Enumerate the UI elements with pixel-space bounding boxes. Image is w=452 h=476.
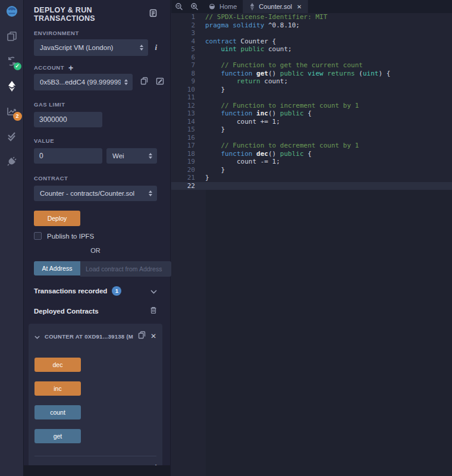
code-line[interactable]: 2pragma solidity ^0.8.10;	[171, 21, 452, 30]
line-number: 20	[171, 166, 195, 174]
sign-message-icon[interactable]	[156, 77, 164, 87]
panel-title: DEPLOY & RUN TRANSACTIONS	[34, 6, 149, 23]
plugin-icon-bar: ✓ 2	[0, 0, 24, 476]
code-line[interactable]: 10 }	[171, 86, 452, 94]
publish-ipfs-checkbox[interactable]	[34, 232, 42, 240]
line-number: 5	[171, 45, 195, 54]
environment-select[interactable]: JavaScript VM (London)	[34, 39, 148, 56]
line-number: 22	[171, 182, 195, 190]
gas-limit-input[interactable]	[34, 112, 102, 127]
stepper-icon	[149, 153, 152, 159]
chevron-down-icon[interactable]	[150, 286, 157, 296]
contract-label: CONTRACT	[34, 175, 68, 181]
account-select[interactable]: 0x5B3...eddC4 (99.9999999	[34, 74, 133, 90]
line-number: 13	[171, 109, 195, 118]
tab-home-label: Home	[219, 3, 237, 10]
tab-counter-label: Counter.sol	[259, 3, 292, 10]
code-line[interactable]: 5 uint public count;	[171, 45, 452, 54]
close-icon[interactable]: ✕	[150, 332, 156, 340]
code-line[interactable]: 15 }	[171, 126, 452, 134]
editor-tabbar: Home Counter.sol ✕	[171, 0, 452, 13]
code-line[interactable]: 11	[171, 93, 452, 102]
value-input[interactable]	[34, 148, 102, 164]
panel-bottom-bar	[24, 465, 170, 476]
code-line[interactable]: 19 count -= 1;	[171, 158, 452, 166]
trash-icon[interactable]	[150, 306, 157, 317]
line-number: 12	[171, 102, 195, 110]
zoom-out-icon[interactable]	[171, 0, 187, 13]
dec-function-button[interactable]: dec	[34, 358, 81, 372]
environment-info-icon[interactable]: i	[155, 43, 157, 52]
copy-address-icon[interactable]	[138, 331, 146, 342]
code-line[interactable]: 7 // Function to get the current count	[171, 61, 452, 70]
compiler-success-badge: ✓	[14, 62, 21, 70]
contract-actions: decinccountget	[34, 358, 156, 443]
contract-value: Counter - contracts/Counter.sol	[40, 190, 134, 197]
or-separator: OR	[34, 247, 157, 254]
tab-counter-sol[interactable]: Counter.sol ✕	[243, 0, 308, 13]
environment-value: JavaScript VM (London)	[40, 44, 113, 51]
remix-logo-icon[interactable]	[0, 0, 24, 24]
code-line[interactable]: 22	[171, 182, 452, 190]
code-line[interactable]: 13 function inc() public {	[171, 109, 452, 118]
code-line[interactable]: 14 count += 1;	[171, 118, 452, 126]
get-function-button[interactable]: get	[34, 429, 81, 443]
value-label: VALUE	[34, 137, 54, 144]
code-line[interactable]: 20 }	[171, 166, 452, 174]
deploy-and-run-icon[interactable]	[0, 74, 24, 99]
contract-select[interactable]: Counter - contracts/Counter.sol	[34, 186, 157, 201]
code-line[interactable]: 4contract Counter {	[171, 37, 452, 46]
zoom-in-icon[interactable]	[187, 0, 202, 13]
documentation-icon[interactable]	[149, 9, 157, 20]
unit-testing-icon[interactable]	[0, 124, 24, 149]
at-address-input[interactable]	[80, 261, 171, 277]
value-unit-select[interactable]: Wei	[106, 148, 157, 164]
inc-function-button[interactable]: inc	[34, 381, 81, 396]
stepper-icon	[140, 45, 143, 51]
line-number: 6	[171, 54, 195, 62]
divider	[34, 456, 156, 456]
code-line[interactable]: 16	[171, 134, 452, 142]
chevron-down-icon[interactable]	[34, 331, 40, 342]
static-analysis-icon[interactable]: 2	[0, 99, 24, 124]
code-line[interactable]: 18 function dec() public {	[171, 150, 452, 158]
line-number: 19	[171, 158, 195, 166]
tab-home[interactable]: Home	[202, 0, 243, 13]
close-tab-icon[interactable]: ✕	[297, 4, 302, 10]
line-number: 15	[171, 126, 195, 134]
line-number: 2	[171, 21, 195, 30]
at-address-button[interactable]: At Address	[34, 261, 80, 275]
code-line[interactable]: 8 function get() public view returns (ui…	[171, 70, 452, 78]
line-number: 8	[171, 70, 195, 78]
code-line[interactable]: 17 // Function to decrement count by 1	[171, 142, 452, 150]
gas-limit-label: GAS LIMIT	[34, 101, 65, 108]
deploy-button[interactable]: Deploy	[34, 211, 80, 226]
count-function-button[interactable]: count	[34, 405, 81, 419]
transactions-recorded-label: Transactions recorded	[34, 287, 107, 295]
plugin-manager-icon[interactable]	[0, 149, 24, 174]
file-explorer-icon[interactable]	[0, 24, 24, 49]
code-line[interactable]: 6	[171, 54, 452, 62]
remix-home-icon	[208, 3, 216, 11]
value-unit: Wei	[112, 152, 124, 159]
stepper-icon	[149, 190, 152, 196]
code-line[interactable]: 1// SPDX-License-Identifier: MIT	[171, 13, 452, 21]
line-number: 11	[171, 93, 195, 102]
line-number: 17	[171, 142, 195, 150]
code-area: 1// SPDX-License-Identifier: MIT2pragma …	[171, 13, 452, 190]
publish-ipfs-label: Publish to IPFS	[47, 233, 94, 240]
line-number: 21	[171, 174, 195, 182]
add-account-icon[interactable]: +	[68, 65, 73, 71]
copy-account-icon[interactable]	[140, 77, 148, 87]
solidity-compiler-icon[interactable]: ✓	[0, 49, 24, 74]
code-line[interactable]: 3	[171, 29, 452, 37]
account-label: ACCOUNT	[34, 64, 64, 71]
environment-label: ENVIRONMENT	[34, 30, 79, 36]
code-line[interactable]: 21}	[171, 174, 452, 182]
line-number: 10	[171, 86, 195, 94]
deployed-contract-card: COUNTER AT 0XD91...39138 (MEMORY ✕ decin…	[29, 324, 162, 476]
code-line[interactable]: 9 return count;	[171, 77, 452, 86]
account-value: 0x5B3...eddC4 (99.9999999	[40, 79, 121, 86]
code-line[interactable]: 12 // Function to increment count by 1	[171, 102, 452, 110]
line-number: 9	[171, 77, 195, 86]
